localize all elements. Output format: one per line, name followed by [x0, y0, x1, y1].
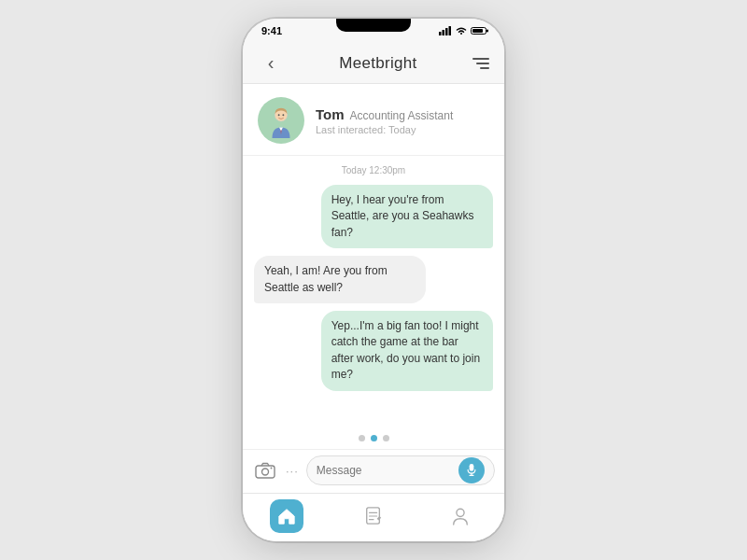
message-bubble-1: Hey, I hear you're from Seattle, are you…	[321, 185, 493, 248]
tab-profile[interactable]	[417, 499, 504, 533]
svg-point-20	[457, 509, 464, 516]
status-icons	[439, 26, 489, 35]
message-bubble-3: Yep...I'm a big fan too! I might catch t…	[321, 311, 493, 391]
notch	[336, 19, 411, 32]
notes-icon	[364, 507, 383, 525]
phone-frame: 9:41 ‹ Meetbright	[243, 19, 504, 541]
pagination-dots	[243, 426, 504, 449]
avatar-image	[263, 103, 299, 138]
avatar	[258, 97, 304, 144]
signal-icon	[439, 26, 452, 35]
profile-icon-wrap	[444, 499, 477, 533]
back-button[interactable]: ‹	[258, 52, 284, 74]
contact-details: Tom Accounting Assistant Last interacted…	[316, 106, 489, 135]
nav-header: ‹ Meetbright	[243, 43, 504, 84]
menu-button[interactable]	[472, 58, 489, 69]
svg-rect-3	[449, 26, 452, 35]
svg-point-8	[278, 114, 280, 116]
svg-point-9	[282, 114, 284, 116]
notes-icon-wrap	[357, 499, 390, 533]
dot-2[interactable]	[371, 435, 377, 441]
chat-area[interactable]: Today 12:30pm Hey, I hear you're from Se…	[243, 156, 504, 426]
more-options-icon[interactable]: ···	[286, 464, 299, 478]
input-field-wrap[interactable]	[306, 455, 495, 485]
nav-title: Meetbright	[339, 54, 416, 73]
contact-name-row: Tom Accounting Assistant	[316, 106, 489, 122]
svg-rect-6	[472, 29, 483, 33]
dot-3[interactable]	[383, 435, 389, 441]
contact-role: Accounting Assistant	[350, 109, 454, 122]
battery-icon	[471, 26, 489, 35]
menu-line-1	[472, 58, 489, 60]
message-bubble-2: Yeah, I am! Are you from Seattle as well…	[254, 256, 426, 303]
status-time: 9:41	[261, 25, 282, 36]
contact-last-interacted: Last interacted: Today	[316, 124, 489, 135]
camera-icon[interactable]	[252, 460, 278, 481]
svg-rect-2	[445, 28, 448, 35]
svg-rect-1	[443, 30, 445, 35]
message-input[interactable]	[317, 464, 458, 477]
contact-info: Tom Accounting Assistant Last interacted…	[243, 84, 504, 156]
menu-line-3	[480, 67, 489, 69]
mic-button[interactable]	[458, 457, 485, 483]
tab-home[interactable]	[243, 499, 330, 533]
contact-name: Tom	[316, 106, 345, 122]
dot-1[interactable]	[359, 435, 365, 441]
home-icon	[277, 507, 296, 525]
home-icon-wrap	[270, 499, 303, 533]
chat-timestamp: Today 12:30pm	[254, 165, 493, 175]
svg-rect-13	[470, 464, 474, 471]
svg-rect-5	[486, 30, 488, 33]
svg-rect-0	[439, 32, 442, 35]
menu-line-2	[476, 63, 489, 64]
svg-point-11	[262, 469, 269, 475]
tab-notes[interactable]	[330, 499, 416, 533]
input-bar: ···	[243, 449, 504, 493]
wifi-icon	[456, 26, 467, 35]
svg-point-12	[271, 468, 273, 469]
tab-bar	[243, 493, 504, 541]
profile-icon	[451, 507, 470, 525]
